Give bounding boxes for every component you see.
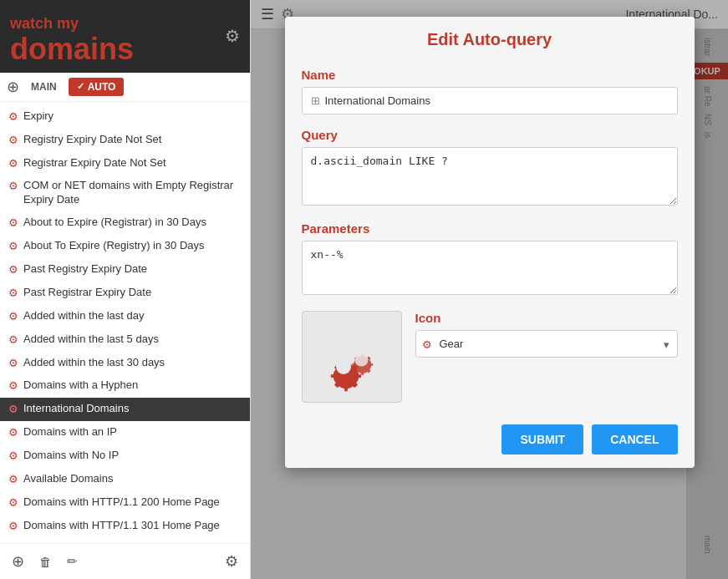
brand-watch-my: watch my [10,15,79,32]
icon-select-area: Icon ⚙ Gear Globe Star Flag Shield Lock … [415,311,678,358]
modal-body: Name ⊞ Query d.ascii_domain LIKE ? Param… [285,59,695,416]
icon-select-wrapper: ⚙ Gear Globe Star Flag Shield Lock Key [415,330,678,358]
gear-icon: ⚙ [8,287,18,301]
gear-icon: ⚙ [8,403,18,417]
sidebar-item-past-registrar-expiry[interactable]: ⚙ Past Registrar Expiry Date [0,282,250,305]
gear-icon: ⚙ [8,263,18,277]
gear-icon: ⚙ [8,216,18,231]
settings-button[interactable]: ⚙ [221,551,242,572]
gear-icon: ⚙ [8,110,18,124]
cancel-button[interactable]: CANCEL [592,424,677,455]
sidebar: watch my domains ⚙ ⊕ MAIN AUTO ⚙ Expiry … [0,0,251,579]
sidebar-item-http-301[interactable]: ⚙ Domains with HTTP/1.1 301 Home Page [0,515,250,538]
parameters-textarea[interactable]: xn--% [302,241,678,295]
submit-button[interactable]: SUBMIT [501,424,583,455]
sidebar-item-label: Domains with HTTP/1.1 301 Home Page [23,519,242,533]
brand-domains: domains [10,34,134,64]
modal-overlay: Edit Auto-query Name ⊞ Query d.ascii_dom… [251,0,728,579]
sidebar-item-label: Domains with No IP [23,449,242,463]
gear-icon: ⚙ [8,333,18,348]
gear-icon: ⚙ [8,449,18,464]
sidebar-item-domains-with-ip[interactable]: ⚙ Domains with an IP [0,421,250,444]
sidebar-item-label: About To Expire (Registry) in 30 Days [23,239,242,253]
sidebar-item-domains-hyphen[interactable]: ⚙ Domains with a Hyphen [0,374,250,398]
gear-preview-svg [314,319,389,394]
add-item-button[interactable]: ⊕ [8,551,28,572]
sidebar-item-label: Added within the last 5 days [23,333,242,347]
sidebar-item-label: Registrar Expiry Date Not Set [23,156,242,170]
sidebar-item-past-registry-expiry[interactable]: ⚙ Past Registry Expiry Date [0,258,250,282]
sidebar-header: watch my domains ⚙ [0,0,250,73]
gear-icon: ⚙ [8,473,18,487]
gear-icon: ⚙ [8,357,18,371]
sidebar-item-label: Available Domains [23,472,242,486]
modal-header: Edit Auto-query [285,17,695,59]
sidebar-item-label: Added within the last day [23,309,242,323]
sidebar-item-about-expire-registrar[interactable]: ⚙ About to Expire (Registrar) in 30 Days [0,211,250,235]
query-section: Query d.ascii_domain LIKE ? [302,128,678,208]
gear-icon: ⚙ [8,310,18,324]
name-input[interactable] [325,94,669,107]
sidebar-item-international-domains[interactable]: ⚙ International Domains [0,398,250,421]
gear-icon: ⚙ [8,426,18,440]
edit-item-button[interactable]: ✏ [64,552,81,571]
svg-point-1 [336,359,351,374]
gear-icon: ⚙ [8,180,18,194]
sidebar-footer: ⊕ 🗑 ✏ ⚙ [0,543,250,579]
icon-select[interactable]: Gear Globe Star Flag Shield Lock Key [415,330,678,358]
sidebar-nav-bar: ⊕ MAIN AUTO [0,73,250,102]
gear-icon: ⚙ [8,520,18,534]
brand-logo: watch my domains [10,8,134,64]
gear-icon: ⚙ [8,379,18,394]
sidebar-item-added-last-day[interactable]: ⚙ Added within the last day [0,305,250,328]
gear-icon: ⚙ [8,240,18,254]
sidebar-item-label: Past Registry Expiry Date [23,262,242,277]
icon-section: Icon ⚙ Gear Globe Star Flag Shield Lock … [302,311,678,403]
sidebar-item-added-last-30-days[interactable]: ⚙ Added within the last 30 days [0,352,250,375]
sidebar-item-domains-no-ip[interactable]: ⚙ Domains with No IP [0,444,250,468]
sidebar-item-label: Registry Expiry Date Not Set [23,133,242,147]
sidebar-item-registry-expiry-not-set[interactable]: ⚙ Registry Expiry Date Not Set [0,129,250,152]
sidebar-list: ⚙ Expiry ⚙ Registry Expiry Date Not Set … [0,102,250,543]
modal-title: Edit Auto-query [427,30,552,48]
edit-auto-query-modal: Edit Auto-query Name ⊞ Query d.ascii_dom… [285,17,695,468]
sidebar-item-label: Added within the last 30 days [23,356,242,370]
query-label: Query [302,128,678,142]
main-content: ☰ ⚙ International Do... istrar OKUP ar R… [251,0,728,579]
sidebar-item-label: Domains with a Hyphen [23,378,242,393]
sidebar-item-com-net-empty[interactable]: ⚙ COM or NET domains with Empty Registra… [0,175,250,211]
delete-item-button[interactable]: 🗑 [36,553,55,571]
parameters-section: Parameters xn--% [302,221,678,297]
plus-icon[interactable]: ⊕ [7,78,19,96]
query-textarea[interactable]: d.ascii_domain LIKE ? [302,147,678,206]
sidebar-gear-icon[interactable]: ⚙ [225,26,240,46]
icon-preview [302,311,402,403]
name-section: Name ⊞ [302,68,678,114]
gear-icon: ⚙ [8,134,18,148]
sidebar-item-expiry[interactable]: ⚙ Expiry [0,105,250,129]
svg-point-0 [354,353,368,367]
sidebar-item-http-200[interactable]: ⚙ Domains with HTTP/1.1 200 Home Page [0,491,250,515]
sidebar-item-label: Expiry [23,109,242,124]
name-input-wrapper: ⊞ [302,87,678,114]
sidebar-item-label: Domains with an IP [23,425,242,439]
sidebar-item-added-last-5-days[interactable]: ⚙ Added within the last 5 days [0,328,250,352]
gear-icon: ⚙ [8,496,18,510]
modal-footer: SUBMIT CANCEL [285,416,695,468]
parameters-label: Parameters [302,221,678,236]
sidebar-item-label: COM or NET domains with Empty Registrar … [23,179,242,207]
sidebar-item-registrar-expiry-not-set[interactable]: ⚙ Registrar Expiry Date Not Set [0,152,250,175]
sidebar-item-label: International Domains [23,402,242,416]
icon-label: Icon [415,311,678,325]
auto-nav-button[interactable]: AUTO [69,78,125,96]
sidebar-item-label: Domains with HTTP/1.1 200 Home Page [23,495,242,510]
sidebar-item-label: About to Expire (Registrar) in 30 Days [23,216,242,230]
sidebar-item-available-domains[interactable]: ⚙ Available Domains [0,468,250,491]
db-icon: ⊞ [311,94,320,107]
main-nav-button[interactable]: MAIN [26,79,62,95]
sidebar-item-label: Past Registrar Expiry Date [23,286,242,300]
sidebar-item-about-expire-registry[interactable]: ⚙ About To Expire (Registry) in 30 Days [0,235,250,258]
name-label: Name [302,68,678,82]
gear-icon: ⚙ [8,157,18,171]
